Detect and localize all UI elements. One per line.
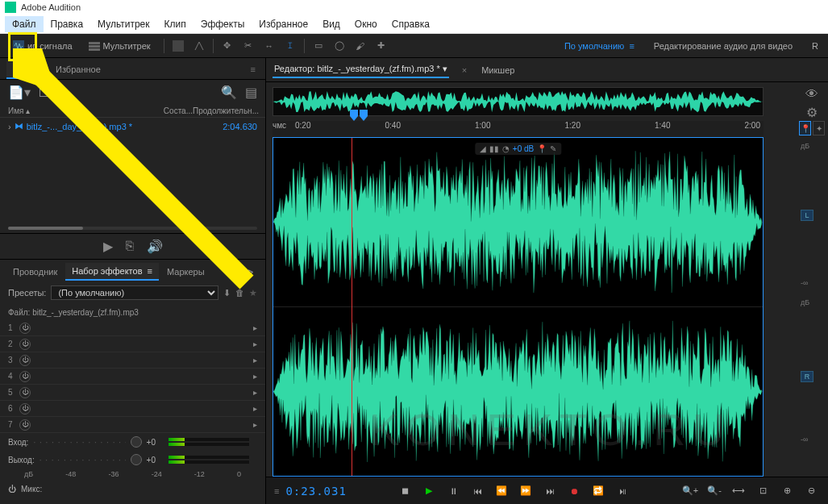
loop-button[interactable]: 🔁 — [589, 482, 607, 500]
save-preset-icon[interactable]: ⬇ — [223, 288, 231, 298]
tool-spectral-icon[interactable] — [171, 39, 185, 53]
input-value: +0 — [147, 438, 156, 447]
output-label: Выход: — [8, 456, 35, 464]
fade-icon[interactable]: ◢ — [480, 144, 486, 153]
pin-icon[interactable]: 📍 — [799, 121, 811, 135]
tool-marquee-icon[interactable]: ▭ — [311, 39, 326, 53]
record-file-icon[interactable]: 🗔 — [39, 85, 52, 100]
overview-waveform[interactable] — [273, 87, 764, 116]
out-marker-icon[interactable] — [360, 110, 371, 123]
fx-slot[interactable]: 4⏻▸ — [0, 369, 265, 385]
menu-multitrack[interactable]: Мультитрек — [90, 16, 156, 32]
output-knob[interactable] — [131, 454, 142, 465]
rack-power-icon[interactable]: ⏻ — [8, 485, 16, 494]
stop-button[interactable]: ◼ — [396, 482, 414, 500]
fx-slot[interactable]: 6⏻▸ — [0, 401, 265, 417]
tab-markers[interactable]: Маркеры — [160, 264, 211, 280]
zoom-in-v-icon[interactable]: ⊕ — [778, 482, 796, 500]
forward-button[interactable]: ⏩ — [517, 482, 535, 500]
overview-settings-icon[interactable]: ⚙ — [806, 105, 818, 120]
play-button[interactable]: ▶ — [420, 482, 438, 500]
fx-slot[interactable]: 2⏻▸ — [0, 336, 265, 352]
menu-file[interactable]: Файл — [5, 16, 44, 32]
tool-spectral-pitch-icon[interactable] — [192, 39, 206, 53]
menu-effects[interactable]: Эффекты — [193, 16, 252, 32]
tab-effects-rack[interactable]: Набор эффектов ≡ — [65, 263, 159, 281]
search-icon[interactable]: 🔍 — [221, 85, 237, 100]
file-row[interactable]: › ⧓ bitlz_-..._day_(zf.fm).mp3 * 2:04.63… — [0, 118, 265, 135]
favorite-preset-icon[interactable]: ★ — [249, 288, 257, 298]
zoom-out-icon[interactable]: 🔍- — [705, 482, 723, 500]
input-knob[interactable] — [131, 436, 142, 448]
fx-slot[interactable]: 5⏻▸ — [0, 385, 265, 401]
tab-files[interactable]: Файл — [6, 61, 44, 79]
filter-icon[interactable]: ▤ — [245, 85, 257, 100]
fx-slot[interactable]: 3⏻▸ — [0, 352, 265, 369]
workspace-extra[interactable]: R — [809, 41, 822, 51]
mini-play-icon[interactable]: ▶ — [103, 239, 113, 254]
playhead[interactable] — [352, 138, 352, 476]
waveform-mode-button[interactable]: ип сигнала — [6, 38, 79, 54]
zoom-full-icon[interactable]: ⟷ — [730, 482, 747, 500]
delete-preset-icon[interactable]: 🗑 — [235, 288, 244, 298]
edit-hud-icon[interactable]: ✎ — [550, 144, 556, 153]
panel-menu-icon[interactable]: ≡ — [248, 61, 259, 79]
menu-view[interactable]: Вид — [315, 16, 347, 32]
menu-help[interactable]: Справка — [385, 16, 437, 32]
meter-icon[interactable]: ▮▮ — [489, 144, 499, 153]
tool-heal-icon[interactable]: ✚ — [374, 39, 389, 53]
workspace-audio-for-video[interactable]: Редактирование аудио для видео — [651, 41, 796, 51]
file-name: bitlz_-..._day_(zf.fm).mp3 * — [27, 122, 132, 131]
files-scrollbar[interactable] — [8, 227, 257, 230]
preset-select[interactable]: (По умолчанию) — [51, 285, 218, 300]
menu-clip[interactable]: Клип — [157, 16, 193, 32]
zoom-sel-icon[interactable]: ⊡ — [754, 482, 772, 500]
tab-favorites[interactable]: Избранное — [48, 61, 109, 79]
open-file-icon[interactable]: 📄▾ — [8, 85, 31, 100]
transport-menu-icon[interactable]: ≡ — [274, 486, 279, 496]
tool-time-select-icon[interactable]: 𝙸 — [283, 39, 297, 53]
menu-favorites[interactable]: Избранное — [252, 16, 315, 32]
fx-slot[interactable]: 7⏻▸ — [0, 417, 265, 433]
mini-loop-icon[interactable]: 🔊 — [147, 239, 163, 254]
tool-brush-icon[interactable]: 🖌 — [353, 39, 368, 53]
skip-button[interactable]: ⏯ — [614, 482, 631, 500]
menu-window[interactable]: Окно — [347, 16, 385, 32]
col-name[interactable]: Имя — [8, 106, 23, 115]
more-tabs-icon[interactable]: ≫ — [239, 267, 259, 277]
timecode[interactable]: 0:23.031 — [285, 485, 346, 498]
zoom-in-icon[interactable]: 🔍+ — [681, 482, 699, 500]
zoom-out-v-icon[interactable]: ⊖ — [802, 482, 820, 500]
waveform-display[interactable]: ◢ ▮▮ ◔ +0 dB 📍 ✎ — [273, 137, 764, 477]
mini-insert-icon[interactable]: ⎘ — [126, 239, 134, 254]
menu-edit[interactable]: Правка — [44, 16, 91, 32]
tab-editor[interactable]: Редактор: bitlz_-_yesterday_(zf.fm).mp3 … — [273, 61, 449, 78]
overview-zoom-icon[interactable]: 👁 — [805, 87, 818, 102]
multitrack-mode-button[interactable]: Мультитрек — [82, 38, 157, 54]
fx-slot[interactable]: 1⏻▸ — [0, 320, 265, 336]
tab-close-icon[interactable]: × — [462, 65, 467, 75]
workspace-default[interactable]: По умолчанию ≡ — [561, 41, 638, 51]
pause-button[interactable]: ⏸ — [444, 482, 462, 500]
volume-hud[interactable]: ◢ ▮▮ ◔ +0 dB 📍 ✎ — [475, 143, 561, 155]
tool-slip-icon[interactable]: ↔ — [262, 39, 277, 53]
channel-right-badge[interactable]: R — [801, 371, 813, 382]
app-title: Adobe Audition — [21, 2, 81, 12]
col-duration[interactable]: Продолжительн... — [193, 106, 257, 115]
expand-icon[interactable]: › — [8, 122, 11, 131]
knob-icon[interactable]: ◔ — [502, 144, 510, 153]
record-button[interactable]: ⏺ — [565, 482, 583, 500]
rewind-button[interactable]: ⏪ — [493, 482, 510, 500]
tool-lasso-icon[interactable]: ◯ — [332, 39, 347, 53]
prev-button[interactable]: ⏮ — [468, 482, 486, 500]
next-button[interactable]: ⏭ — [541, 482, 559, 500]
channel-left-badge[interactable]: L — [801, 210, 813, 221]
tab-explorer[interactable]: Проводник — [6, 264, 64, 280]
tab-mixer[interactable]: Микшер — [480, 63, 516, 77]
tool-move-icon[interactable]: ✥ — [220, 39, 235, 53]
timeline-ruler[interactable]: чмс 0:20 0:40 1:00 1:20 1:40 2:00 — [273, 121, 764, 137]
wand-icon[interactable]: ✦ — [813, 121, 825, 135]
col-status[interactable]: Соста... — [152, 106, 193, 115]
tool-razor-icon[interactable]: ✂ — [241, 39, 256, 53]
pin-hud-icon[interactable]: 📍 — [537, 144, 547, 153]
